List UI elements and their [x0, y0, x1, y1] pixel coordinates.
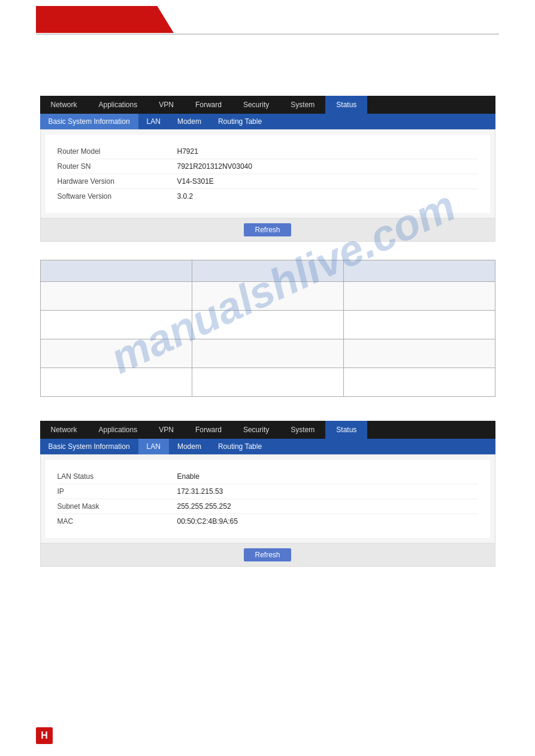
info-row-router-model: Router Model H7921 [58, 144, 478, 159]
table-header-row [40, 260, 495, 282]
table-cell [192, 282, 343, 311]
nav-item-network[interactable]: Network [40, 96, 88, 114]
table-cell [40, 368, 192, 397]
nav-item-forward[interactable]: Forward [185, 96, 232, 114]
table-cell [192, 311, 343, 339]
table-cell [343, 339, 495, 368]
subnav-modem[interactable]: Modem [169, 114, 210, 129]
bottom-content-area: LAN Status Enable IP 172.31.215.53 Subne… [40, 454, 495, 567]
bottom-nav-item-status[interactable]: Status [325, 421, 367, 439]
bottom-nav-item-system[interactable]: System [280, 421, 325, 439]
info-row-subnet-mask: Subnet Mask 255.255.255.252 [58, 499, 478, 514]
table-row [40, 339, 495, 368]
top-content-inner: Router Model H7921 Router SN 7921R201312… [46, 135, 490, 213]
bottom-content-inner: LAN Status Enable IP 172.31.215.53 Subne… [46, 460, 490, 538]
nav-item-system[interactable]: System [280, 96, 325, 114]
footer-logo: H [36, 727, 53, 744]
table-row [40, 282, 495, 311]
subnav-routing-table[interactable]: Routing Table [210, 114, 270, 129]
header-banner [0, 0, 535, 42]
value-router-model: H7921 [177, 147, 198, 156]
info-row-sw-version: Software Version 3.0.2 [58, 189, 478, 204]
table-row [40, 368, 495, 397]
header-logo-shape [36, 6, 174, 33]
table-cell [343, 368, 495, 397]
top-nav-bar: Network Applications VPN Forward Securit… [40, 96, 495, 114]
bottom-sub-nav: Basic System Information LAN Modem Routi… [40, 439, 495, 454]
top-refresh-button[interactable]: Refresh [244, 223, 291, 236]
footer-logo-box: H [36, 727, 53, 744]
bottom-nav-item-security[interactable]: Security [232, 421, 280, 439]
bottom-section: Network Applications VPN Forward Securit… [40, 421, 495, 567]
table-cell [40, 339, 192, 368]
bottom-subnav-lan[interactable]: LAN [138, 439, 169, 454]
table-cell [343, 311, 495, 339]
info-row-mac: MAC 00:50:C2:4B:9A:65 [58, 514, 478, 529]
bottom-nav-item-applications[interactable]: Applications [88, 421, 149, 439]
info-row-lan-status: LAN Status Enable [58, 469, 478, 484]
header-divider [36, 34, 499, 35]
table-cell [40, 282, 192, 311]
label-mac: MAC [58, 517, 177, 526]
label-lan-status: LAN Status [58, 472, 177, 481]
nav-item-vpn[interactable]: VPN [148, 96, 185, 114]
table-cell [192, 339, 343, 368]
nav-item-applications[interactable]: Applications [88, 96, 149, 114]
value-sw-version: 3.0.2 [177, 192, 194, 201]
top-sub-nav: Basic System Information LAN Modem Routi… [40, 114, 495, 129]
value-router-sn: 7921R201312NV03040 [177, 162, 252, 171]
label-hw-version: Hardware Version [58, 177, 177, 186]
top-button-area: Refresh [41, 218, 495, 241]
bottom-subnav-basic-info[interactable]: Basic System Information [40, 439, 138, 454]
value-subnet-mask: 255.255.255.252 [177, 502, 231, 511]
table-cell [192, 368, 343, 397]
subnav-basic-info[interactable]: Basic System Information [40, 114, 138, 129]
label-router-model: Router Model [58, 147, 177, 156]
subnav-lan[interactable]: LAN [138, 114, 169, 129]
bottom-nav-item-vpn[interactable]: VPN [148, 421, 185, 439]
label-router-sn: Router SN [58, 162, 177, 171]
middle-data-table [40, 260, 495, 397]
top-content-area: Router Model H7921 Router SN 7921R201312… [40, 129, 495, 242]
bottom-nav-item-network[interactable]: Network [40, 421, 88, 439]
table-header-col2 [192, 260, 343, 282]
value-hw-version: V14-S301E [177, 177, 214, 186]
info-row-hw-version: Hardware Version V14-S301E [58, 174, 478, 189]
nav-item-status[interactable]: Status [325, 96, 367, 114]
info-row-ip: IP 172.31.215.53 [58, 484, 478, 499]
label-ip: IP [58, 487, 177, 496]
nav-item-security[interactable]: Security [232, 96, 280, 114]
label-subnet-mask: Subnet Mask [58, 502, 177, 511]
value-lan-status: Enable [177, 472, 200, 481]
bottom-refresh-button[interactable]: Refresh [244, 548, 291, 561]
middle-table-section [40, 260, 495, 397]
table-cell [343, 282, 495, 311]
bottom-info-table: LAN Status Enable IP 172.31.215.53 Subne… [58, 469, 478, 529]
table-row [40, 311, 495, 339]
table-cell [40, 311, 192, 339]
bottom-nav-bar: Network Applications VPN Forward Securit… [40, 421, 495, 439]
bottom-nav-item-forward[interactable]: Forward [185, 421, 232, 439]
bottom-subnav-routing-table[interactable]: Routing Table [210, 439, 270, 454]
value-mac: 00:50:C2:4B:9A:65 [177, 517, 238, 526]
value-ip: 172.31.215.53 [177, 487, 223, 496]
info-row-router-sn: Router SN 7921R201312NV03040 [58, 159, 478, 174]
top-info-table: Router Model H7921 Router SN 7921R201312… [58, 144, 478, 204]
bottom-subnav-modem[interactable]: Modem [169, 439, 210, 454]
table-header-col3 [343, 260, 495, 282]
top-section: Network Applications VPN Forward Securit… [40, 96, 495, 242]
table-header-col1 [40, 260, 192, 282]
label-sw-version: Software Version [58, 192, 177, 201]
bottom-button-area: Refresh [41, 543, 495, 566]
